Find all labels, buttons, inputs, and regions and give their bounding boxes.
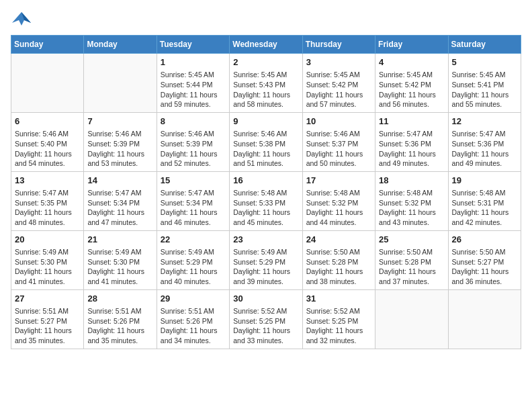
day-info: Sunrise: 5:51 AMSunset: 5:26 PMDaylight:…: [161, 306, 226, 346]
day-info: Sunrise: 5:52 AMSunset: 5:25 PMDaylight:…: [233, 306, 298, 346]
day-info: Sunrise: 5:45 AMSunset: 5:44 PMDaylight:…: [161, 70, 226, 109]
page-header: [11, 11, 521, 30]
weekday-header: Saturday: [448, 36, 521, 54]
day-number: 4: [379, 56, 444, 68]
day-info: Sunrise: 5:47 AMSunset: 5:36 PMDaylight:…: [379, 129, 444, 169]
calendar-cell: 21Sunrise: 5:49 AMSunset: 5:30 PMDayligh…: [84, 230, 157, 289]
day-info: Sunrise: 5:48 AMSunset: 5:32 PMDaylight:…: [379, 188, 444, 228]
calendar-cell: 23Sunrise: 5:49 AMSunset: 5:29 PMDayligh…: [230, 230, 302, 289]
day-info: Sunrise: 5:46 AMSunset: 5:39 PMDaylight:…: [87, 129, 152, 169]
day-number: 16: [233, 175, 298, 187]
day-number: 23: [233, 234, 298, 246]
calendar-cell: 5Sunrise: 5:45 AMSunset: 5:41 PMDaylight…: [448, 54, 521, 113]
day-info: Sunrise: 5:49 AMSunset: 5:29 PMDaylight:…: [233, 247, 298, 287]
day-number: 22: [161, 234, 226, 246]
day-info: Sunrise: 5:46 AMSunset: 5:37 PMDaylight:…: [306, 129, 371, 169]
day-info: Sunrise: 5:47 AMSunset: 5:35 PMDaylight:…: [15, 188, 80, 228]
day-info: Sunrise: 5:49 AMSunset: 5:30 PMDaylight:…: [87, 247, 152, 287]
day-info: Sunrise: 5:50 AMSunset: 5:27 PMDaylight:…: [452, 247, 517, 287]
calendar-cell: 25Sunrise: 5:50 AMSunset: 5:28 PMDayligh…: [375, 230, 448, 289]
day-number: 5: [452, 56, 517, 68]
calendar-cell: 11Sunrise: 5:47 AMSunset: 5:36 PMDayligh…: [375, 112, 448, 171]
weekday-header: Wednesday: [230, 36, 302, 54]
day-number: 27: [15, 293, 80, 305]
calendar-cell: [375, 289, 448, 349]
calendar-week-row: 20Sunrise: 5:49 AMSunset: 5:30 PMDayligh…: [11, 230, 521, 289]
calendar-cell: [448, 289, 521, 349]
day-number: 17: [306, 175, 371, 187]
day-number: 10: [306, 116, 371, 128]
day-number: 3: [306, 56, 371, 68]
day-number: 2: [233, 56, 298, 68]
calendar-cell: 24Sunrise: 5:50 AMSunset: 5:28 PMDayligh…: [302, 230, 375, 289]
day-number: 1: [161, 56, 226, 68]
calendar-table: SundayMondayTuesdayWednesdayThursdayFrid…: [11, 35, 521, 349]
calendar-cell: 13Sunrise: 5:47 AMSunset: 5:35 PMDayligh…: [11, 171, 84, 230]
calendar-week-row: 6Sunrise: 5:46 AMSunset: 5:40 PMDaylight…: [11, 112, 521, 171]
day-number: 28: [87, 293, 152, 305]
calendar-cell: 8Sunrise: 5:46 AMSunset: 5:39 PMDaylight…: [157, 112, 229, 171]
calendar-cell: [84, 54, 157, 113]
calendar-cell: 7Sunrise: 5:46 AMSunset: 5:39 PMDaylight…: [84, 112, 157, 171]
day-number: 8: [161, 116, 226, 128]
weekday-header: Sunday: [11, 36, 84, 54]
calendar-cell: 16Sunrise: 5:48 AMSunset: 5:33 PMDayligh…: [230, 171, 302, 230]
day-info: Sunrise: 5:47 AMSunset: 5:34 PMDaylight:…: [87, 188, 152, 228]
calendar-cell: 27Sunrise: 5:51 AMSunset: 5:27 PMDayligh…: [11, 289, 84, 349]
calendar-cell: 20Sunrise: 5:49 AMSunset: 5:30 PMDayligh…: [11, 230, 84, 289]
day-number: 15: [161, 175, 226, 187]
day-number: 24: [306, 234, 371, 246]
calendar-cell: 1Sunrise: 5:45 AMSunset: 5:44 PMDaylight…: [157, 54, 229, 113]
calendar-cell: 18Sunrise: 5:48 AMSunset: 5:32 PMDayligh…: [375, 171, 448, 230]
weekday-header-row: SundayMondayTuesdayWednesdayThursdayFrid…: [11, 36, 521, 54]
calendar-cell: 3Sunrise: 5:45 AMSunset: 5:42 PMDaylight…: [302, 54, 375, 113]
calendar-week-row: 13Sunrise: 5:47 AMSunset: 5:35 PMDayligh…: [11, 171, 521, 230]
calendar-cell: 6Sunrise: 5:46 AMSunset: 5:40 PMDaylight…: [11, 112, 84, 171]
day-number: 13: [15, 175, 80, 187]
day-number: 9: [233, 116, 298, 128]
calendar-cell: 22Sunrise: 5:49 AMSunset: 5:29 PMDayligh…: [157, 230, 229, 289]
weekday-header: Monday: [84, 36, 157, 54]
calendar-cell: 17Sunrise: 5:48 AMSunset: 5:32 PMDayligh…: [302, 171, 375, 230]
calendar-cell: 14Sunrise: 5:47 AMSunset: 5:34 PMDayligh…: [84, 171, 157, 230]
day-number: 30: [233, 293, 298, 305]
calendar-cell: 4Sunrise: 5:45 AMSunset: 5:42 PMDaylight…: [375, 54, 448, 113]
calendar-week-row: 27Sunrise: 5:51 AMSunset: 5:27 PMDayligh…: [11, 289, 521, 349]
day-info: Sunrise: 5:48 AMSunset: 5:31 PMDaylight:…: [452, 188, 517, 228]
day-number: 25: [379, 234, 444, 246]
calendar-cell: 31Sunrise: 5:52 AMSunset: 5:25 PMDayligh…: [302, 289, 375, 349]
logo: [11, 11, 35, 30]
day-info: Sunrise: 5:45 AMSunset: 5:42 PMDaylight:…: [379, 70, 444, 109]
day-number: 18: [379, 175, 444, 187]
calendar-cell: 28Sunrise: 5:51 AMSunset: 5:26 PMDayligh…: [84, 289, 157, 349]
calendar-cell: 15Sunrise: 5:47 AMSunset: 5:34 PMDayligh…: [157, 171, 229, 230]
day-number: 6: [15, 116, 80, 128]
day-info: Sunrise: 5:51 AMSunset: 5:27 PMDaylight:…: [15, 306, 80, 346]
day-info: Sunrise: 5:49 AMSunset: 5:30 PMDaylight:…: [15, 247, 80, 287]
day-info: Sunrise: 5:47 AMSunset: 5:36 PMDaylight:…: [452, 129, 517, 169]
day-info: Sunrise: 5:52 AMSunset: 5:25 PMDaylight:…: [306, 306, 371, 346]
day-number: 14: [87, 175, 152, 187]
day-info: Sunrise: 5:45 AMSunset: 5:43 PMDaylight:…: [233, 70, 298, 109]
day-number: 21: [87, 234, 152, 246]
day-number: 7: [87, 116, 152, 128]
weekday-header: Friday: [375, 36, 448, 54]
day-info: Sunrise: 5:46 AMSunset: 5:39 PMDaylight:…: [161, 129, 226, 169]
day-info: Sunrise: 5:51 AMSunset: 5:26 PMDaylight:…: [87, 306, 152, 346]
calendar-cell: 19Sunrise: 5:48 AMSunset: 5:31 PMDayligh…: [448, 171, 521, 230]
calendar-cell: 12Sunrise: 5:47 AMSunset: 5:36 PMDayligh…: [448, 112, 521, 171]
calendar-cell: 29Sunrise: 5:51 AMSunset: 5:26 PMDayligh…: [157, 289, 229, 349]
calendar-week-row: 1Sunrise: 5:45 AMSunset: 5:44 PMDaylight…: [11, 54, 521, 113]
calendar-cell: [11, 54, 84, 113]
weekday-header: Thursday: [302, 36, 375, 54]
day-number: 26: [452, 234, 517, 246]
logo-icon: [11, 11, 32, 30]
day-info: Sunrise: 5:48 AMSunset: 5:33 PMDaylight:…: [233, 188, 298, 228]
calendar-cell: 9Sunrise: 5:46 AMSunset: 5:38 PMDaylight…: [230, 112, 302, 171]
day-info: Sunrise: 5:45 AMSunset: 5:42 PMDaylight:…: [306, 70, 371, 109]
day-number: 20: [15, 234, 80, 246]
day-info: Sunrise: 5:50 AMSunset: 5:28 PMDaylight:…: [306, 247, 371, 287]
calendar-cell: 2Sunrise: 5:45 AMSunset: 5:43 PMDaylight…: [230, 54, 302, 113]
day-info: Sunrise: 5:50 AMSunset: 5:28 PMDaylight:…: [379, 247, 444, 287]
weekday-header: Tuesday: [157, 36, 229, 54]
